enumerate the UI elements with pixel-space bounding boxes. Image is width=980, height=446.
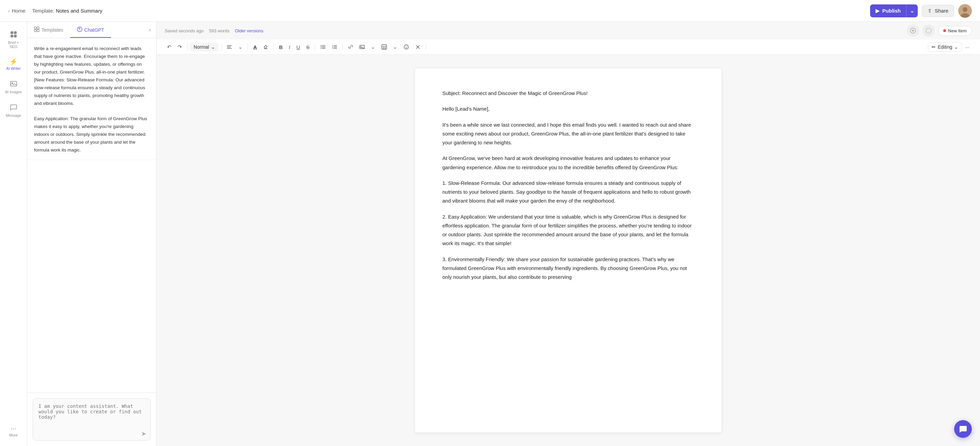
sidebar-item-brief-seo[interactable]: Brief + SEO — [2, 27, 26, 52]
avatar[interactable] — [958, 4, 972, 18]
saved-label: Saved seconds ago — [165, 28, 204, 33]
svg-point-42 — [407, 46, 407, 47]
editor-meta-left: Saved seconds ago 593 words Older versio… — [165, 28, 263, 33]
align-button[interactable] — [224, 43, 234, 51]
svg-point-1 — [963, 7, 967, 12]
svg-rect-3 — [11, 31, 13, 34]
tab-chatgpt[interactable]: ChatGPT — [70, 22, 111, 38]
toolbar-sep-2 — [221, 44, 221, 50]
message-icon — [10, 104, 18, 112]
emoji-button[interactable] — [401, 43, 411, 51]
tab-templates[interactable]: Templates — [27, 22, 70, 38]
editor-meta: Saved seconds ago 593 words Older versio… — [156, 22, 980, 40]
image-button[interactable] — [357, 43, 367, 51]
editing-button[interactable]: ✏ Editing ⌄ — [928, 42, 962, 52]
clear-button[interactable] — [413, 43, 423, 51]
table-dropdown-button[interactable]: ⌄ — [391, 42, 400, 52]
underline-button[interactable]: U — [294, 43, 302, 52]
sidebar-label-brief-seo: Brief + SEO — [4, 40, 23, 49]
numbered-list-button[interactable]: 1.2.3. — [329, 43, 340, 51]
style-select[interactable]: Normal ⌄ — [190, 43, 218, 51]
editor-meta-right: New Item — [907, 24, 972, 37]
doc-para3: 1. Slow-Release Formula: Our advanced sl… — [442, 179, 694, 205]
sidebar-label-ai-images: AI Images — [5, 90, 22, 94]
toolbar-sep-3 — [248, 44, 248, 50]
icon-sidebar: Brief + SEO ⚡ AI Writer AI Images Mess — [0, 22, 27, 446]
svg-point-23 — [321, 47, 321, 47]
strikethrough-button[interactable]: S — [304, 43, 312, 52]
sidebar-label-ai-writer: AI Writer — [6, 66, 21, 70]
word-count: 593 words — [209, 28, 229, 33]
panel-collapse-button[interactable]: ‹ — [143, 22, 156, 38]
doc-para4: 2. Easy Application: We understand that … — [442, 212, 694, 248]
panel: Templates ChatGPT ‹ Write a re-engagemen… — [27, 22, 156, 446]
chat-message-text: Write a re-engagement email to reconnect… — [34, 46, 147, 153]
share-button[interactable]: ⇧ Share — [922, 5, 954, 17]
svg-rect-35 — [382, 45, 387, 49]
templates-tab-icon — [34, 27, 40, 33]
image-dropdown-button[interactable]: ⌄ — [369, 42, 378, 52]
older-versions-link[interactable]: Older versions — [235, 28, 263, 33]
more-icon: ··· — [11, 425, 16, 432]
toolbar-sep-4 — [274, 44, 274, 50]
chat-message: Write a re-engagement email to reconnect… — [27, 38, 156, 160]
sidebar-item-ai-images[interactable]: AI Images — [2, 76, 26, 97]
sidebar-item-ai-writer[interactable]: ⚡ AI Writer — [2, 55, 26, 74]
publish-caret-icon[interactable]: ⌄ — [907, 5, 918, 18]
sidebar-item-more[interactable]: ··· More — [2, 422, 26, 441]
italic-button[interactable]: I — [286, 43, 293, 52]
editing-label: Editing — [938, 44, 953, 50]
new-item-badge[interactable]: New Item — [938, 26, 972, 36]
topbar: ‹ Home Template: Notes and Summary ▶ Pub… — [0, 0, 980, 22]
home-label: Home — [12, 8, 25, 14]
doc-para2: At GreenGrow, we've been hard at work de… — [442, 154, 694, 172]
redo-button[interactable]: ↷ — [175, 42, 185, 52]
bold-button[interactable]: B — [277, 43, 285, 52]
topbar-left: ‹ Home Template: Notes and Summary — [8, 8, 102, 14]
highlight-button[interactable] — [261, 43, 271, 51]
tab-chatgpt-label: ChatGPT — [84, 27, 104, 33]
svg-rect-6 — [14, 35, 17, 37]
home-link[interactable]: ‹ Home — [8, 8, 25, 14]
svg-point-16 — [912, 30, 914, 32]
link-button[interactable] — [345, 43, 356, 51]
brief-seo-icon — [10, 31, 18, 39]
send-button[interactable]: ➤ — [141, 430, 146, 438]
panel-content: Write a re-engagement email to reconnect… — [27, 38, 156, 393]
doc-para5: 3. Environmentally Friendly: We share yo… — [442, 255, 694, 282]
doc-greeting: Hello [Lead's Name], — [442, 105, 694, 113]
meta-icon-btn-1[interactable] — [907, 24, 919, 37]
sidebar-label-message: Message — [6, 113, 21, 118]
chevron-left-icon: ‹ — [8, 8, 10, 14]
text-color-button[interactable]: A — [251, 43, 259, 52]
editing-caret-icon: ⌄ — [954, 44, 958, 50]
style-chevron-icon: ⌄ — [211, 44, 215, 50]
toolbar-sep-1 — [187, 44, 188, 50]
toolbar-sep-7 — [426, 44, 426, 50]
share-icon: ⇧ — [928, 8, 932, 14]
table-button[interactable] — [379, 43, 389, 51]
sidebar-item-message[interactable]: Message — [2, 100, 26, 121]
template-label: Template: Notes and Summary — [32, 8, 102, 14]
editor-toolbar: ↶ ↷ Normal ⌄ ⌄ A B I U S — [156, 40, 980, 55]
doc-subject: Subject: Reconnect and Discover the Magi… — [442, 89, 694, 98]
svg-rect-12 — [37, 30, 39, 32]
undo-button[interactable]: ↶ — [165, 42, 174, 52]
svg-rect-11 — [34, 30, 37, 32]
toolbar-sep-5 — [315, 44, 315, 50]
svg-rect-9 — [34, 27, 37, 29]
svg-point-14 — [79, 30, 80, 31]
publish-button[interactable]: ▶ Publish ⌄ — [870, 5, 918, 18]
ai-images-icon — [10, 80, 18, 89]
chat-fab[interactable] — [954, 420, 972, 438]
meta-icon-btn-2[interactable] — [923, 24, 935, 37]
toolbar-more-button[interactable]: ··· — [963, 43, 972, 52]
toolbar-sep-6 — [342, 44, 343, 50]
align-dropdown-button[interactable]: ⌄ — [236, 42, 245, 52]
editor-document[interactable]: Subject: Reconnect and Discover the Magi… — [415, 68, 721, 432]
chat-input-area: ➤ — [27, 393, 156, 446]
chat-input[interactable] — [33, 399, 150, 426]
svg-point-25 — [321, 48, 321, 49]
sidebar-label-more: More — [9, 433, 18, 437]
bullet-list-button[interactable] — [318, 43, 328, 51]
